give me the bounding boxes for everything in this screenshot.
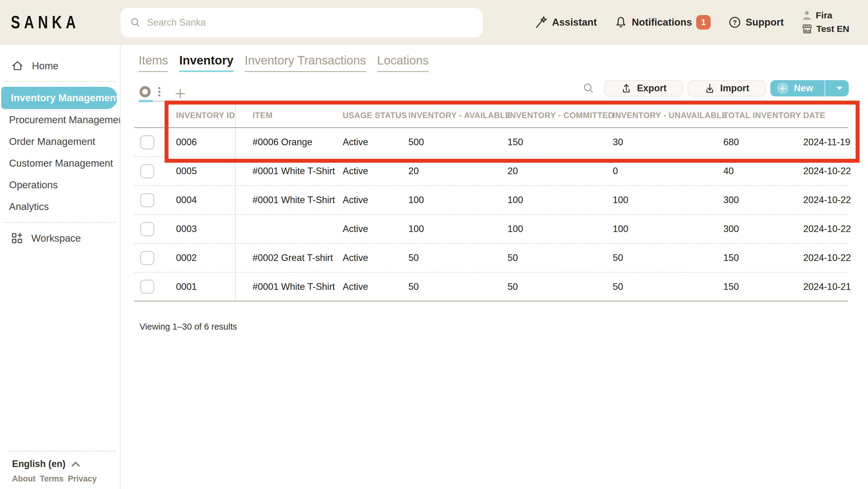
table-search-button[interactable] [582, 82, 595, 95]
column-header-usage-status[interactable]: USAGE STATUS [343, 104, 408, 127]
add-view-button[interactable] [175, 88, 186, 99]
user-avatar-icon [801, 10, 812, 21]
assistant-button[interactable]: Assistant [535, 16, 597, 29]
table-row[interactable]: 0004 #0001 White T-Shirt Active 100 100 … [134, 186, 848, 215]
language-selector[interactable]: English (en) [12, 459, 116, 469]
topbar-right: Assistant Notifications 1 ? Support [535, 0, 849, 44]
cell-total-inventory: 150 [723, 273, 803, 301]
search-input[interactable] [147, 17, 474, 28]
sidebar-item-order-management[interactable]: Order Management [0, 131, 120, 153]
sidebar-divider [4, 222, 116, 223]
tab-items[interactable]: Items [138, 54, 168, 72]
table-actions: Export Import New [582, 80, 849, 96]
sidebar: Home Inventory Management Procurement Ma… [0, 44, 121, 489]
sidebar-footer-divider [9, 451, 116, 451]
cell-inventory-committed: 50 [613, 273, 723, 301]
cell-date: 2024-10-22 [803, 157, 848, 185]
row-checkbox[interactable] [140, 280, 154, 294]
cell-inventory-available: 100 [408, 186, 507, 214]
cell-usage-status: Active [343, 215, 408, 243]
logo-text: SANKA [11, 12, 80, 33]
new-button-group: New [770, 80, 849, 96]
column-header-date[interactable]: DATE [803, 104, 848, 127]
cell-item: #0001 White T-Shirt [235, 273, 343, 301]
table-row[interactable]: 0003 Active 100 100 100 300 2024-10-22 [134, 215, 848, 244]
terms-link[interactable]: Terms [40, 474, 64, 484]
cell-inventory-unavailable: 100 [613, 186, 723, 214]
view-options-kebab-icon[interactable] [158, 87, 161, 97]
topbar: SANKA Assistant Notifications 1 ? [0, 0, 868, 44]
language-label: English (en) [12, 459, 65, 469]
sidebar-divider [4, 82, 116, 82]
tab-inventory-transactions[interactable]: Inventory Transactions [245, 54, 366, 72]
notifications-button[interactable]: Notifications 1 [614, 15, 711, 30]
cell-usage-status: Active [343, 186, 408, 214]
column-header-total-inventory[interactable]: TOTAL INVENTORY [723, 104, 803, 127]
active-view-underline [139, 100, 153, 102]
new-button[interactable]: New [770, 80, 820, 96]
row-checkbox[interactable] [140, 193, 154, 207]
column-header-inventory-committed[interactable]: INVENTORY - COMMITTED [507, 104, 613, 127]
inventory-table: INVENTORY ID ITEM USAGE STATUS INVENTORY… [134, 104, 848, 302]
cell-inventory-available: 100 [408, 215, 507, 243]
cell-item: #0002 Great T-shirt [235, 244, 343, 272]
new-dropdown-button[interactable] [830, 80, 849, 96]
column-header-item[interactable]: ITEM [235, 104, 343, 127]
cell-inventory-available: 50 [408, 273, 507, 301]
row-checkbox[interactable] [140, 251, 154, 265]
question-circle-icon: ? [728, 16, 741, 29]
column-header-inventory-unavailable[interactable]: INVENTORY - UNAVAILABLE [613, 104, 723, 127]
cell-date: 2024-11-19 [803, 128, 848, 156]
sidebar-item-analytics[interactable]: Analytics [0, 196, 120, 218]
user-menu[interactable]: Fira Test EN [801, 10, 849, 35]
cell-item: #0006 Orange [235, 128, 343, 156]
sidebar-item-operations[interactable]: Operations [0, 174, 120, 196]
row-checkbox[interactable] [140, 222, 154, 236]
logo[interactable]: SANKA [11, 0, 80, 44]
sidebar-item-customer-management[interactable]: Customer Management [0, 153, 120, 174]
cell-inventory-id: 0002 [176, 244, 235, 272]
assistant-label: Assistant [552, 17, 597, 28]
sidebar-item-inventory-management[interactable]: Inventory Management [1, 87, 118, 109]
cell-inventory-unavailable: 30 [613, 128, 723, 156]
column-header-inventory-available[interactable]: INVENTORY - AVAILABLE [408, 104, 507, 127]
row-checkbox[interactable] [140, 164, 154, 178]
tab-inventory[interactable]: Inventory [179, 54, 234, 72]
cell-usage-status: Active [343, 128, 408, 156]
export-label: Export [637, 83, 666, 94]
cell-item [235, 215, 343, 243]
global-search[interactable] [121, 8, 483, 37]
table-row[interactable]: 0001 #0001 White T-Shirt Active 50 50 50… [134, 273, 848, 302]
view-tab-icon[interactable] [140, 86, 151, 97]
cell-inventory-available: 50 [408, 244, 507, 272]
table-row[interactable]: 0006 #0006 Orange Active 500 150 30 680 … [134, 128, 848, 157]
cell-inventory-unavailable: 100 [613, 215, 723, 243]
table-header-row: INVENTORY ID ITEM USAGE STATUS INVENTORY… [134, 104, 848, 128]
user-name: Fira [816, 10, 832, 21]
support-button[interactable]: ? Support [728, 16, 784, 29]
notifications-label: Notifications [632, 17, 692, 28]
column-header-inventory-id[interactable]: INVENTORY ID [176, 104, 235, 127]
sidebar-item-workspace[interactable]: Workspace [0, 227, 120, 249]
table-row[interactable]: 0005 #0001 White T-Shirt Active 20 20 0 … [134, 157, 848, 186]
button-divider [825, 80, 825, 96]
export-button[interactable]: Export [604, 80, 683, 96]
sidebar-item-label: Customer Management [9, 158, 113, 169]
tab-locations[interactable]: Locations [377, 54, 429, 72]
sidebar-item-label: Home [32, 60, 59, 72]
cell-date: 2024-10-21 [803, 273, 848, 301]
cell-inventory-id: 0006 [176, 128, 235, 156]
search-icon [130, 17, 142, 29]
new-label: New [794, 83, 813, 94]
main-content: Items Inventory Inventory Transactions L… [121, 44, 868, 489]
sidebar-item-procurement-management[interactable]: Procurement Management [0, 109, 120, 131]
import-button[interactable]: Import [688, 80, 766, 96]
sidebar-item-home[interactable]: Home [0, 55, 120, 77]
row-checkbox[interactable] [140, 135, 154, 150]
table-row[interactable]: 0002 #0002 Great T-shirt Active 50 50 50… [134, 244, 848, 273]
cell-inventory-available: 500 [408, 128, 507, 156]
sidebar-item-label: Procurement Management [9, 114, 121, 126]
privacy-link[interactable]: Privacy [68, 474, 97, 484]
cell-inventory-committed: 100 [507, 186, 613, 214]
about-link[interactable]: About [12, 474, 36, 484]
